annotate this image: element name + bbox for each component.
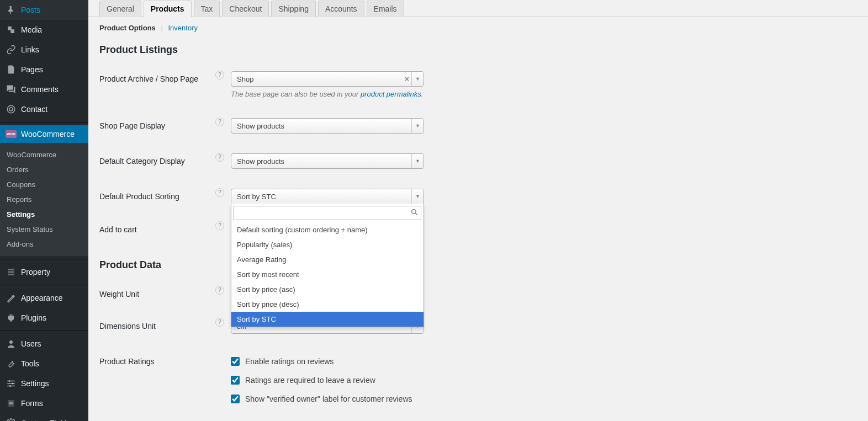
row-add-to-cart: Add to cart ? (99, 210, 857, 239)
appearance-icon (6, 292, 17, 303)
svg-rect-2 (7, 381, 15, 382)
tab-general[interactable]: General (99, 1, 141, 17)
sidebar-item-links[interactable]: Links (0, 40, 88, 60)
tab-emails[interactable]: Emails (367, 1, 404, 17)
dropdown-option[interactable]: Sort by most recent (231, 267, 424, 282)
help-icon[interactable]: ? (215, 318, 224, 327)
section-title-listings: Product Listings (99, 40, 857, 66)
svg-point-12 (412, 210, 416, 214)
contact-icon (6, 104, 17, 115)
main-content: GeneralProductsTaxCheckoutShippingAccoun… (88, 0, 868, 421)
dropdown-option[interactable]: Sort by price (asc) (231, 282, 424, 297)
sidebar-item-label: Property (21, 268, 50, 276)
sidebar-item-media[interactable]: Media (0, 20, 88, 40)
tab-products[interactable]: Products (144, 1, 192, 17)
dropdown-option[interactable]: Sort by price (desc) (231, 297, 424, 312)
sidebar-sub-add-ons[interactable]: Add-ons (0, 237, 88, 252)
help-icon[interactable]: ? (215, 286, 224, 295)
sidebar-item-settings[interactable]: Settings (0, 374, 88, 393)
plugins-icon (6, 312, 17, 323)
settings-icon (6, 378, 17, 389)
checkbox-label: Show "verified owner" label for customer… (245, 395, 412, 403)
sidebar-sub-orders[interactable]: Orders (0, 162, 88, 177)
sidebar-item-label: Custom Fields (21, 419, 70, 421)
chevron-down-icon[interactable] (411, 72, 424, 86)
sidebar-item-forms[interactable]: Forms (0, 393, 88, 413)
dropdown-option[interactable]: Average Rating (231, 252, 424, 267)
sidebar-item-label: Forms (21, 399, 43, 408)
help-icon[interactable]: ? (215, 188, 224, 197)
svg-point-0 (7, 105, 15, 113)
sidebar-separator (0, 285, 88, 285)
sidebar-item-label: Plugins (21, 313, 46, 322)
label-add-to-cart: Add to cart (99, 222, 215, 234)
sidebar-sub-coupons[interactable]: Coupons (0, 177, 88, 192)
svg-point-7 (9, 385, 11, 387)
sidebar-item-tools[interactable]: Tools (0, 354, 88, 374)
sidebar-item-label: Tools (21, 359, 39, 368)
dropdown-search-input[interactable] (234, 206, 421, 220)
dropdown-panel-sorting: Default sorting (custom ordering + name)… (231, 204, 424, 327)
sidebar-item-contact[interactable]: Contact (0, 99, 88, 119)
checkbox-label: Ratings are required to leave a review (245, 376, 375, 385)
tab-shipping[interactable]: Shipping (271, 1, 316, 17)
tab-checkout[interactable]: Checkout (222, 1, 269, 17)
pin-icon (6, 4, 17, 15)
dropdown-option[interactable]: Popularity (sales) (231, 237, 424, 252)
subnav-separator: | (161, 24, 162, 32)
sidebar-item-users[interactable]: Users (0, 334, 88, 354)
dropdown-option[interactable]: Sort by STC (231, 312, 424, 327)
property-icon (6, 267, 17, 278)
checkbox-enable-ratings[interactable] (231, 357, 240, 366)
select-value: Show products (237, 122, 284, 130)
label-product-sorting: Default Product Sorting (99, 189, 215, 201)
sidebar-sub-woocommerce[interactable]: WooCommerce (0, 147, 88, 162)
sidebar-item-label: Links (21, 45, 39, 54)
chevron-down-icon[interactable] (411, 119, 424, 133)
subnav-inventory[interactable]: Inventory (168, 24, 197, 32)
checkbox-label: Enable ratings on reviews (245, 357, 334, 366)
select-shop-display[interactable]: Show products (231, 118, 424, 134)
sidebar-item-appearance[interactable]: Appearance (0, 288, 88, 308)
sidebar-item-property[interactable]: Property (0, 262, 88, 282)
search-icon (411, 209, 418, 217)
checkbox-ratings-required[interactable] (231, 376, 240, 385)
select-category-display[interactable]: Show products (231, 153, 424, 169)
sidebar-separator (0, 122, 88, 122)
chevron-down-icon[interactable] (411, 189, 424, 204)
subnav-product-options[interactable]: Product Options (99, 24, 156, 32)
sidebar-item-plugins[interactable]: Plugins (0, 308, 88, 328)
sidebar-item-woocommerce[interactable]: woo WooCommerce (0, 125, 88, 143)
sidebar-sub-settings[interactable]: Settings (0, 207, 88, 222)
tab-accounts[interactable]: Accounts (318, 1, 364, 17)
sidebar-separator (0, 331, 88, 331)
settings-tabs: GeneralProductsTaxCheckoutShippingAccoun… (88, 0, 868, 17)
dropdown-option[interactable]: Default sorting (custom ordering + name) (231, 222, 424, 237)
sidebar-item-comments[interactable]: Comments (0, 79, 88, 99)
sidebar-sub-system-status[interactable]: System Status (0, 222, 88, 237)
help-icon[interactable]: ? (215, 118, 224, 126)
clear-icon[interactable]: × (405, 74, 409, 83)
row-dimensions-unit: Dimensions Unit ? cm (99, 304, 857, 339)
sidebar-item-pages[interactable]: Pages (0, 60, 88, 79)
row-weight-unit: Weight Unit ? (99, 281, 857, 304)
select-product-sorting[interactable]: Sort by STC (231, 189, 424, 204)
help-icon[interactable]: ? (215, 71, 224, 79)
sidebar-sub-reports[interactable]: Reports (0, 192, 88, 207)
media-icon (6, 24, 17, 35)
label-product-archive: Product Archive / Shop Page (99, 71, 215, 83)
sidebar-item-posts[interactable]: Posts (0, 0, 88, 20)
help-icon[interactable]: ? (215, 153, 224, 162)
row-product-archive: Product Archive / Shop Page ? Shop × The… (99, 66, 857, 104)
row-category-display: Default Category Display ? Show products (99, 139, 857, 174)
chevron-down-icon[interactable] (411, 154, 424, 168)
label-dimensions-unit: Dimensions Unit (99, 318, 215, 331)
svg-rect-10 (9, 403, 13, 404)
tab-tax[interactable]: Tax (194, 1, 220, 17)
svg-line-13 (415, 213, 417, 215)
checkbox-verified-owner[interactable] (231, 395, 240, 403)
link-product-permalinks[interactable]: product permalinks (361, 90, 421, 98)
select-product-archive[interactable]: Shop × (231, 71, 424, 87)
help-icon[interactable]: ? (215, 221, 224, 230)
sidebar-item-custom-fields[interactable]: Custom Fields (0, 413, 88, 421)
